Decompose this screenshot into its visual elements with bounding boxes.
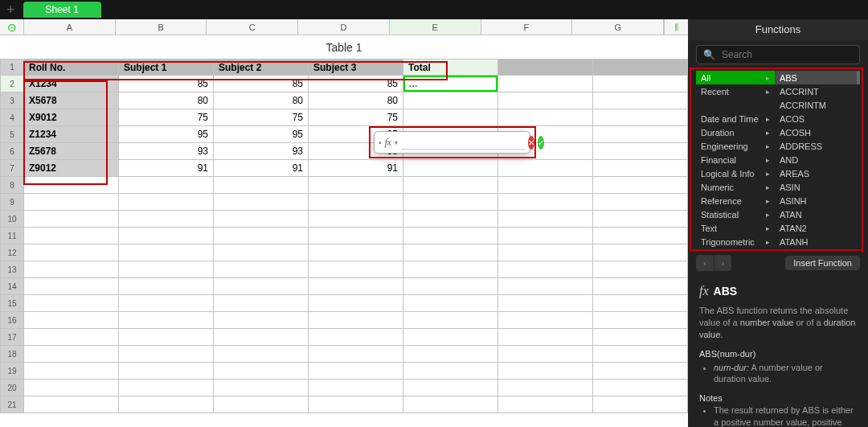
- data-cell[interactable]: [309, 261, 403, 278]
- function-category[interactable]: All▸: [696, 71, 775, 84]
- data-cell[interactable]: [403, 396, 498, 413]
- data-cell[interactable]: [119, 211, 214, 228]
- data-cell[interactable]: [24, 329, 119, 346]
- data-cell[interactable]: [214, 295, 309, 312]
- data-cell[interactable]: [593, 76, 688, 92]
- header-cell[interactable]: [498, 59, 593, 76]
- data-cell[interactable]: [403, 228, 498, 244]
- column-header[interactable]: G: [572, 19, 664, 35]
- header-cell[interactable]: Subject 2: [214, 59, 309, 76]
- function-category[interactable]: Trigonometric▸: [696, 235, 775, 248]
- data-cell[interactable]: [119, 278, 214, 295]
- expand-outline-icon[interactable]: ⊙: [0, 19, 24, 35]
- data-cell[interactable]: [24, 211, 119, 228]
- data-cell[interactable]: [498, 396, 593, 413]
- data-cell[interactable]: [309, 295, 403, 312]
- row-header[interactable]: 10: [0, 211, 24, 228]
- data-cell[interactable]: [498, 312, 593, 329]
- row-header[interactable]: 19: [0, 363, 24, 380]
- data-cell[interactable]: [403, 295, 498, 312]
- row-header[interactable]: 2: [0, 76, 24, 92]
- data-cell[interactable]: [119, 194, 214, 211]
- row-header[interactable]: 20: [0, 380, 24, 396]
- data-cell[interactable]: [498, 295, 593, 312]
- data-cell[interactable]: Z1234: [24, 126, 119, 143]
- data-cell[interactable]: 80: [309, 92, 403, 109]
- data-cell[interactable]: 85: [119, 76, 214, 92]
- add-sheet-button[interactable]: +: [6, 2, 15, 17]
- function-item[interactable]: AND: [775, 153, 860, 166]
- header-cell[interactable]: Total: [403, 59, 498, 76]
- data-cell[interactable]: 91: [214, 160, 309, 177]
- data-cell[interactable]: [498, 109, 593, 126]
- data-cell[interactable]: [119, 346, 214, 363]
- function-search[interactable]: 🔍: [696, 45, 860, 64]
- data-cell[interactable]: [403, 278, 498, 295]
- data-cell[interactable]: [498, 228, 593, 244]
- data-cell[interactable]: [309, 177, 403, 194]
- data-cell[interactable]: X5678: [24, 92, 119, 109]
- data-cell[interactable]: [593, 92, 688, 109]
- data-cell[interactable]: [403, 92, 498, 109]
- header-cell[interactable]: [593, 59, 688, 76]
- next-function-button[interactable]: ›: [714, 255, 731, 271]
- formula-token-handle[interactable]: •: [379, 138, 382, 147]
- data-cell[interactable]: [309, 211, 403, 228]
- data-cell[interactable]: [498, 329, 593, 346]
- data-cell[interactable]: [119, 312, 214, 329]
- function-category[interactable]: Text▸: [696, 221, 775, 235]
- data-cell[interactable]: [498, 363, 593, 380]
- row-header[interactable]: 16: [0, 312, 24, 329]
- data-cell[interactable]: [403, 312, 498, 329]
- data-cell[interactable]: [214, 261, 309, 278]
- data-cell[interactable]: [403, 109, 498, 126]
- data-cell[interactable]: Z9012: [24, 160, 119, 177]
- data-cell[interactable]: [593, 312, 688, 329]
- data-cell[interactable]: [593, 211, 688, 228]
- sheet-tab[interactable]: Sheet 1: [23, 2, 101, 18]
- data-cell[interactable]: [309, 228, 403, 244]
- data-cell[interactable]: [24, 244, 119, 261]
- row-header[interactable]: 13: [0, 261, 24, 278]
- row-header[interactable]: 14: [0, 278, 24, 295]
- column-header[interactable]: A: [24, 19, 116, 35]
- data-cell[interactable]: [498, 278, 593, 295]
- data-cell[interactable]: [593, 143, 688, 160]
- data-cell[interactable]: [119, 363, 214, 380]
- function-item[interactable]: ACCRINT: [775, 84, 860, 98]
- data-cell[interactable]: …: [403, 76, 498, 92]
- data-cell[interactable]: [214, 380, 309, 396]
- data-cell[interactable]: [593, 228, 688, 244]
- data-cell[interactable]: [309, 346, 403, 363]
- data-cell[interactable]: [214, 211, 309, 228]
- row-header[interactable]: 17: [0, 329, 24, 346]
- column-header[interactable]: D: [298, 19, 390, 35]
- data-cell[interactable]: 91: [309, 160, 403, 177]
- data-cell[interactable]: [24, 194, 119, 211]
- data-cell[interactable]: [119, 244, 214, 261]
- data-cell[interactable]: [593, 261, 688, 278]
- data-cell[interactable]: X1234: [24, 76, 119, 92]
- data-cell[interactable]: [24, 228, 119, 244]
- function-category[interactable]: Recent▸: [696, 84, 775, 98]
- data-cell[interactable]: 75: [119, 109, 214, 126]
- data-cell[interactable]: [24, 396, 119, 413]
- row-header[interactable]: 15: [0, 295, 24, 312]
- data-cell[interactable]: [403, 177, 498, 194]
- function-category[interactable]: Duration▸: [696, 125, 775, 139]
- function-item[interactable]: ASINH: [775, 194, 860, 207]
- function-item[interactable]: ATAN2: [775, 221, 860, 235]
- data-cell[interactable]: [309, 396, 403, 413]
- row-header[interactable]: 7: [0, 160, 24, 177]
- data-cell[interactable]: 80: [214, 92, 309, 109]
- data-cell[interactable]: [593, 177, 688, 194]
- data-cell[interactable]: [119, 295, 214, 312]
- function-item[interactable]: ACOS: [775, 112, 860, 125]
- data-cell[interactable]: [214, 244, 309, 261]
- row-header[interactable]: 3: [0, 92, 24, 109]
- data-cell[interactable]: [593, 278, 688, 295]
- data-cell[interactable]: [119, 396, 214, 413]
- header-cell[interactable]: Subject 3: [309, 59, 403, 76]
- prev-function-button[interactable]: ‹: [696, 255, 714, 271]
- function-item[interactable]: ASIN: [775, 180, 860, 194]
